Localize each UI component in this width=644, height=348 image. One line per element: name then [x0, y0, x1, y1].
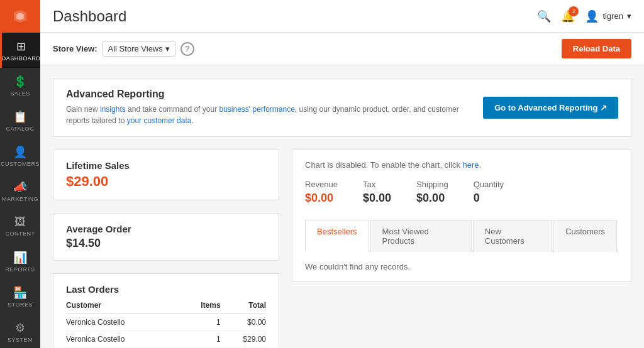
sidebar-logo	[0, 0, 40, 33]
sidebar-item-label: System	[8, 337, 33, 343]
revenue-stat: Revenue $0.00	[305, 180, 338, 205]
marketing-icon: 📣	[13, 180, 27, 194]
average-order-title: Average Order	[66, 224, 266, 234]
table-row: Veronica Costello 1 $29.00	[66, 331, 266, 348]
system-icon: ⚙	[15, 321, 25, 335]
sidebar-item-system[interactable]: ⚙ System	[0, 314, 40, 348]
store-view-label: Store View:	[53, 44, 97, 53]
order-customer: Veronica Costello	[66, 314, 182, 331]
sidebar-item-label: Customers	[1, 161, 40, 167]
last-orders-card: Last Orders Customer Items Total Veronic…	[53, 273, 279, 348]
content-icon: 🖼	[14, 215, 26, 229]
user-avatar-icon: 👤	[585, 9, 599, 23]
lifetime-sales-value: $29.00	[66, 173, 266, 190]
last-orders-title: Last Orders	[66, 284, 266, 295]
revenue-value: $0.00	[305, 192, 338, 205]
main-area: Dashboard 🔍 🔔 2 👤 tigren ▾ Store View: A…	[40, 0, 644, 348]
quantity-label: Quantity	[474, 180, 504, 189]
tax-label: Tax	[363, 180, 391, 189]
store-view-value: All Store Views	[108, 44, 163, 53]
order-items: 1	[182, 314, 221, 331]
right-column: Chart is disabled. To enable the chart, …	[292, 150, 631, 348]
insights-link[interactable]: insights	[100, 105, 126, 114]
orders-col-items: Items	[182, 301, 221, 314]
average-order-card: Average Order $14.50	[53, 213, 279, 261]
content-area: Advanced Reporting Gain new insights and…	[40, 65, 644, 348]
user-menu[interactable]: 👤 tigren ▾	[585, 9, 631, 23]
enable-chart-link[interactable]: here.	[463, 160, 482, 170]
revenue-label: Revenue	[305, 180, 338, 189]
advanced-reporting-text: Advanced Reporting Gain new insights and…	[66, 89, 483, 126]
stats-row: Revenue $0.00 Tax $0.00 Shipping $0.00	[305, 180, 618, 205]
advanced-reporting-title: Advanced Reporting	[66, 89, 483, 100]
order-customer: Veronica Costello	[66, 331, 182, 348]
tax-stat: Tax $0.00	[363, 180, 391, 205]
go-to-advanced-reporting-label: Go to Advanced Reporting ↗	[494, 103, 607, 112]
stores-icon: 🏪	[13, 286, 27, 300]
sidebar-item-label: Content	[6, 231, 35, 237]
store-view-selector: Store View: All Store Views ▾ ?	[53, 41, 194, 57]
shipping-label: Shipping	[416, 180, 448, 189]
store-view-dropdown[interactable]: All Store Views ▾	[103, 41, 175, 57]
order-total: $29.00	[221, 331, 266, 348]
order-items: 1	[182, 331, 221, 348]
product-tabs: BestsellersMost Viewed ProductsNew Custo…	[305, 220, 618, 252]
user-name: tigren	[602, 11, 623, 21]
toolbar: Store View: All Store Views ▾ ? Reload D…	[40, 33, 644, 65]
sidebar-item-label: Dashboard	[2, 55, 40, 62]
notification-badge: 2	[569, 6, 579, 16]
orders-col-total: Total	[221, 301, 266, 314]
quantity-stat: Quantity 0	[474, 180, 504, 205]
sidebar-item-label: Marketing	[2, 196, 38, 202]
orders-col-customer: Customer	[66, 301, 182, 314]
sidebar-item-catalog[interactable]: 📋 Catalog	[0, 103, 40, 138]
sidebar-item-label: Stores	[8, 302, 33, 308]
customer-data-link[interactable]: your customer data	[127, 116, 192, 125]
help-icon[interactable]: ?	[180, 42, 194, 56]
table-row: Veronica Costello 1 $0.00	[66, 314, 266, 331]
customers-icon: 👤	[13, 145, 27, 159]
chart-disabled-message: Chart is disabled. To enable the chart, …	[305, 160, 618, 170]
reload-data-button[interactable]: Reload Data	[562, 39, 631, 58]
page-title: Dashboard	[53, 8, 126, 25]
average-order-value: $14.50	[66, 237, 266, 250]
header-actions: 🔍 🔔 2 👤 tigren ▾	[537, 9, 631, 23]
quantity-value: 0	[474, 192, 504, 205]
user-menu-chevron-icon: ▾	[627, 11, 631, 21]
tax-value: $0.00	[363, 192, 391, 205]
sidebar-item-dashboard[interactable]: ⊞ Dashboard	[0, 33, 40, 68]
lifetime-sales-card: Lifetime Sales $29.00	[53, 150, 279, 200]
sidebar-item-label: Reports	[6, 266, 35, 273]
go-to-advanced-reporting-button[interactable]: Go to Advanced Reporting ↗	[483, 97, 618, 119]
sidebar-item-reports[interactable]: 📊 Reports	[0, 244, 40, 279]
lifetime-sales-title: Lifetime Sales	[66, 160, 266, 171]
tab-empty-message: We couldn't find any records.	[305, 262, 618, 271]
left-column: Lifetime Sales $29.00 Average Order $14.…	[53, 150, 279, 348]
business-link[interactable]: business' performance	[219, 105, 294, 114]
advanced-reporting-description: Gain new insights and take command of yo…	[66, 104, 483, 126]
tab-customers[interactable]: Customers	[553, 220, 617, 252]
tab-bestsellers[interactable]: Bestsellers	[305, 220, 369, 252]
shipping-value: $0.00	[416, 192, 448, 205]
sidebar-item-sales[interactable]: 💲 Sales	[0, 68, 40, 103]
order-total: $0.00	[221, 314, 266, 331]
search-icon[interactable]: 🔍	[537, 9, 551, 23]
advanced-reporting-banner: Advanced Reporting Gain new insights and…	[53, 78, 631, 137]
sidebar-item-stores[interactable]: 🏪 Stores	[0, 279, 40, 314]
tab-most-viewed[interactable]: Most Viewed Products	[370, 220, 472, 252]
notification-icon[interactable]: 🔔 2	[561, 9, 575, 23]
tab-new-customers[interactable]: New Customers	[473, 220, 552, 252]
sidebar-item-label: Catalog	[6, 126, 34, 132]
sales-icon: 💲	[13, 75, 27, 89]
stats-chart-card: Chart is disabled. To enable the chart, …	[292, 150, 631, 282]
store-dropdown-chevron-icon: ▾	[165, 44, 170, 53]
sidebar-item-label: Sales	[10, 90, 30, 97]
last-orders-table: Customer Items Total Veronica Costello 1…	[66, 301, 266, 348]
sidebar-item-customers[interactable]: 👤 Customers	[0, 138, 40, 173]
sidebar-item-marketing[interactable]: 📣 Marketing	[0, 173, 40, 209]
shipping-stat: Shipping $0.00	[416, 180, 448, 205]
sidebar: ⊞ Dashboard 💲 Sales 📋 Catalog 👤 Customer…	[0, 0, 40, 348]
dashboard-icon: ⊞	[16, 40, 26, 53]
dashboard-grid: Lifetime Sales $29.00 Average Order $14.…	[53, 150, 631, 348]
sidebar-item-content[interactable]: 🖼 Content	[0, 209, 40, 244]
